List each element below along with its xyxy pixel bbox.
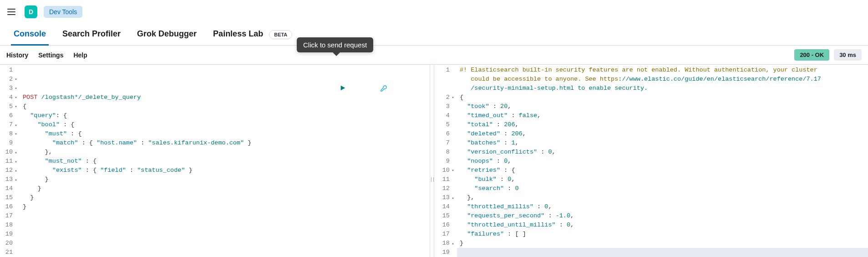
top-bar: D Dev Tools [0,0,868,24]
response-code[interactable]: #! Elasticsearch built-in security featu… [457,65,868,257]
request-gutter: 1 2▾3▾4▾5▾6 7▴8▾9 10▴11▴12▴13▴14 15 16 1… [0,65,20,257]
timing-badge: 30 ms [834,49,862,61]
app-letter-badge[interactable]: D [25,5,37,18]
help-link[interactable]: Help [73,51,87,59]
tab-painless-lab[interactable]: Painless Lab BETA [205,24,300,45]
tab-grok-debugger[interactable]: Grok Debugger [129,24,205,45]
wrench-icon[interactable] [380,67,417,110]
tabs: Console Search Profiler Grok Debugger Pa… [0,24,868,46]
beta-badge: BETA [269,30,292,39]
status-badge: 200 - OK [794,49,829,61]
settings-link[interactable]: Settings [38,51,63,59]
hamburger-menu-icon[interactable] [7,6,18,17]
app-name-badge[interactable]: Dev Tools [44,6,82,18]
tab-search-profiler[interactable]: Search Profiler [54,24,129,45]
editor-area: 1 2▾3▾4▾5▾6 7▴8▾9 10▴11▴12▴13▴14 15 16 1… [0,64,868,257]
sub-bar: History Settings Help 200 - OK 30 ms [0,46,868,64]
request-code[interactable]: POST /logstash*/_delete_by_query{ "query… [20,65,430,257]
play-icon[interactable] [340,67,376,110]
request-pane[interactable]: 1 2▾3▾4▾5▾6 7▴8▾9 10▴11▴12▴13▴14 15 16 1… [0,65,430,257]
pane-splitter[interactable]: || [430,65,434,257]
history-link[interactable]: History [6,51,28,59]
response-pane[interactable]: 1 2▾3 4 5 6 7 8 9 10▾11 12 13▴14 15 16 1… [434,65,868,257]
response-gutter: 1 2▾3 4 5 6 7 8 9 10▾11 12 13▴14 15 16 1… [434,65,457,257]
send-request-tooltip: Click to send request [297,37,373,52]
tab-console[interactable]: Console [5,24,54,45]
